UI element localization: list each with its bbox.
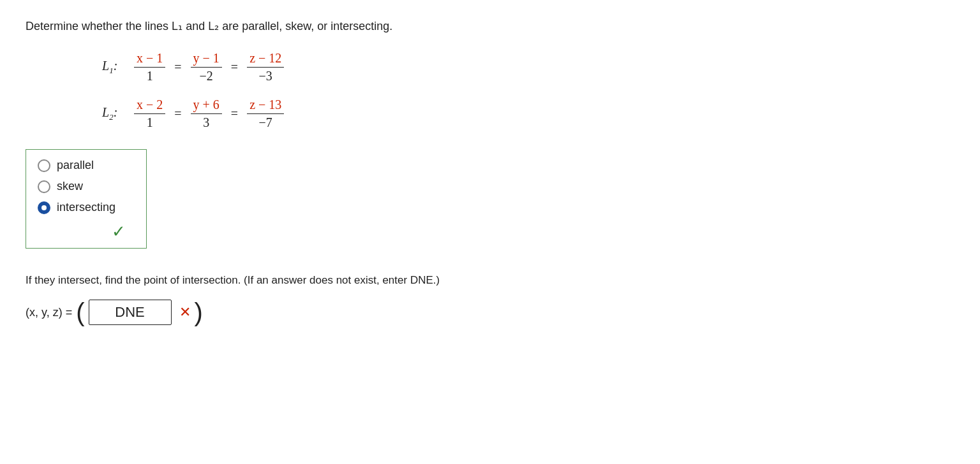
line1-label: L1:: [102, 59, 121, 76]
option-parallel[interactable]: parallel: [38, 159, 132, 172]
answer-prefix: (x, y, z) =: [26, 306, 72, 319]
incorrect-xmark: ✕: [179, 304, 191, 321]
line2-label: L2:: [102, 105, 121, 122]
eq-sign-1b: =: [231, 60, 238, 75]
eq-sign-2a: =: [174, 106, 181, 121]
line1-frac3-den: −3: [256, 68, 275, 83]
answer-input[interactable]: DNE: [89, 300, 172, 325]
open-paren: (: [76, 300, 84, 325]
line2-frac3-num: z − 13: [247, 98, 284, 114]
line1-equation: L1: x − 1 1 = y − 1 −2 = z − 12 −3: [102, 51, 954, 83]
correct-checkmark: ✓: [112, 222, 126, 242]
question-title: Determine whether the lines L₁ and L₂ ar…: [26, 19, 954, 33]
option-skew-label: skew: [57, 180, 83, 193]
intersection-prompt: If they intersect, find the point of int…: [26, 274, 954, 287]
option-intersecting[interactable]: intersecting: [38, 201, 132, 214]
line1-frac3-num: z − 12: [247, 51, 284, 68]
close-paren: ): [195, 300, 203, 325]
eq-sign-2b: =: [231, 106, 238, 121]
option-parallel-label: parallel: [57, 159, 94, 172]
answer-value: DNE: [115, 304, 144, 320]
line2-frac1-den: 1: [144, 114, 156, 130]
options-box: parallel skew intersecting ✓: [26, 149, 147, 249]
line2-frac2-num: y + 6: [191, 98, 222, 114]
answer-row: (x, y, z) = ( DNE ✕ ): [26, 300, 954, 325]
eq-sign-1a: =: [174, 60, 181, 75]
radio-parallel[interactable]: [38, 159, 50, 172]
line1-frac1-den: 1: [144, 68, 156, 83]
option-intersecting-label: intersecting: [57, 201, 115, 214]
radio-skew[interactable]: [38, 180, 50, 193]
line2-frac3-den: −7: [256, 114, 275, 130]
line2-frac1: x − 2 1: [134, 98, 165, 130]
option-skew[interactable]: skew: [38, 180, 132, 193]
line2-frac2-den: 3: [200, 114, 212, 130]
equations-block: L1: x − 1 1 = y − 1 −2 = z − 12 −3 L2:: [102, 51, 954, 130]
line2-frac1-num: x − 2: [134, 98, 165, 114]
line1-frac2-den: −2: [197, 68, 216, 83]
radio-intersecting[interactable]: [38, 201, 50, 214]
line1-frac2: y − 1 −2: [191, 51, 222, 83]
checkmark-row: ✓: [38, 222, 132, 242]
line1-frac3: z − 12 −3: [247, 51, 284, 83]
line2-frac3: z − 13 −7: [247, 98, 284, 130]
line1-frac2-num: y − 1: [191, 51, 222, 68]
main-page: Determine whether the lines L₁ and L₂ ar…: [0, 0, 980, 464]
line2-frac2: y + 6 3: [191, 98, 222, 130]
line1-frac1-num: x − 1: [134, 51, 165, 68]
line1-frac1: x − 1 1: [134, 51, 165, 83]
line2-equation: L2: x − 2 1 = y + 6 3 = z − 13 −7: [102, 98, 954, 130]
